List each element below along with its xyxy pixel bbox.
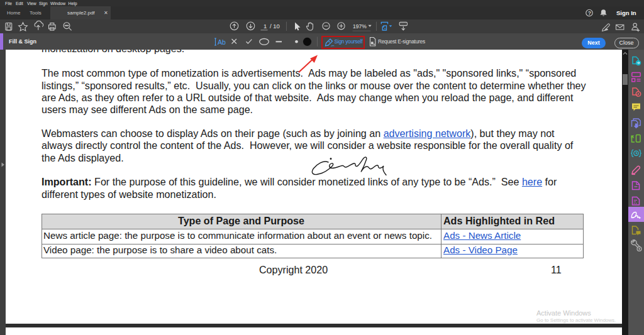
svg-text:?: ? bbox=[588, 10, 591, 16]
svg-text:Ab: Ab bbox=[218, 38, 226, 46]
svg-text:/ 10: / 10 bbox=[270, 23, 280, 30]
svg-text:197%: 197% bbox=[353, 23, 367, 30]
svg-text:1: 1 bbox=[264, 23, 267, 30]
